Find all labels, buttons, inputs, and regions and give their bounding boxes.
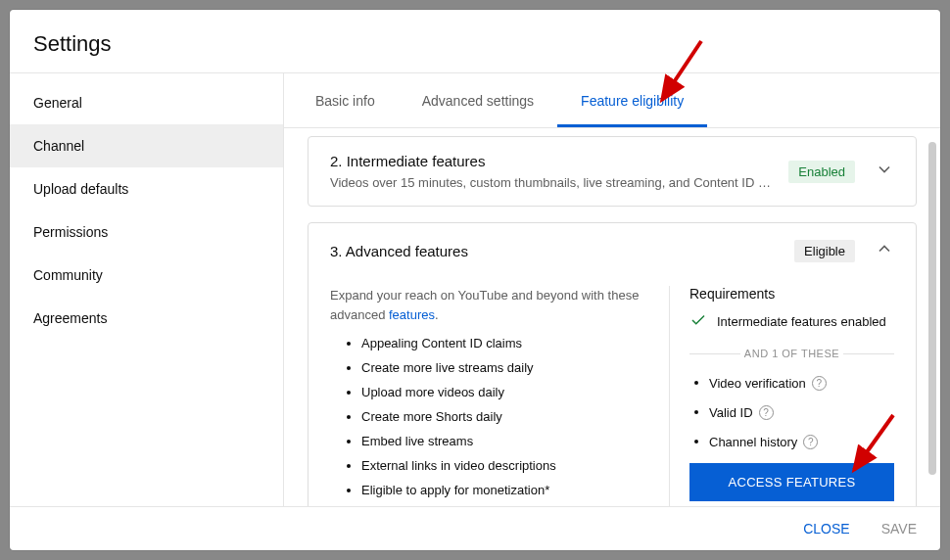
eligible-badge: Eligible <box>794 240 855 262</box>
check-icon <box>689 311 707 332</box>
list-item: Valid ID? <box>709 404 894 420</box>
close-button[interactable]: CLOSE <box>799 517 853 540</box>
list-item: Create more Shorts daily <box>361 409 641 424</box>
tab-basic-info[interactable]: Basic info <box>292 73 399 127</box>
requirements-list: Video verification? Valid ID? Channel hi… <box>689 375 894 449</box>
help-icon[interactable]: ? <box>759 405 774 420</box>
modal-footer: CLOSE SAVE <box>10 506 940 550</box>
enabled-badge: Enabled <box>788 161 855 183</box>
sidebar: General Channel Upload defaults Permissi… <box>10 73 284 506</box>
advanced-features-card: 3. Advanced features Eligible Expand you… <box>308 222 917 506</box>
list-item: Eligible to apply for monetization* <box>361 483 641 497</box>
sidebar-item-general[interactable]: General <box>10 81 283 124</box>
requirement-met: Intermediate features enabled <box>689 311 894 332</box>
list-item: Create more live streams daily <box>361 360 641 375</box>
tab-advanced-settings[interactable]: Advanced settings <box>399 73 557 127</box>
tabs: Basic info Advanced settings Feature eli… <box>284 73 940 128</box>
list-item: Upload more videos daily <box>361 385 641 399</box>
sidebar-item-channel[interactable]: Channel <box>10 124 283 167</box>
chevron-down-icon[interactable] <box>875 160 894 183</box>
list-item: External links in video descriptions <box>361 458 641 473</box>
list-item: Channel history? <box>709 434 894 449</box>
intermediate-desc: Videos over 15 minutes, custom thumbnail… <box>330 175 771 190</box>
main-panel: Basic info Advanced settings Feature eli… <box>284 73 940 506</box>
tab-feature-eligibility[interactable]: Feature eligibility <box>557 73 707 127</box>
features-link[interactable]: features <box>389 307 435 322</box>
card-head[interactable]: 3. Advanced features Eligible <box>330 239 894 262</box>
requirements-title: Requirements <box>689 286 894 302</box>
requirements-column: Requirements Intermediate features enabl… <box>669 286 894 506</box>
card-head: 2. Intermediate features Videos over 15 … <box>330 153 894 190</box>
card-body: Expand your reach on YouTube and beyond … <box>330 286 894 506</box>
save-button[interactable]: SAVE <box>878 517 921 540</box>
chevron-up-icon[interactable] <box>875 239 894 262</box>
modal-header: Settings <box>10 10 940 72</box>
intermediate-title: 2. Intermediate features <box>330 153 771 169</box>
modal-body: General Channel Upload defaults Permissi… <box>10 72 940 506</box>
access-features-button[interactable]: ACCESS FEATURES <box>689 463 894 501</box>
list-item: Appealing Content ID claims <box>361 336 641 350</box>
list-item: Embed live streams <box>361 434 641 448</box>
features-column: Expand your reach on YouTube and beyond … <box>330 286 641 506</box>
divider-label: AND 1 OF THESE <box>689 348 894 359</box>
sidebar-item-permissions[interactable]: Permissions <box>10 210 283 254</box>
sidebar-item-agreements[interactable]: Agreements <box>10 297 283 340</box>
sidebar-item-upload-defaults[interactable]: Upload defaults <box>10 167 283 210</box>
feature-list: Appealing Content ID claims Create more … <box>330 336 641 497</box>
help-icon[interactable]: ? <box>812 376 827 391</box>
lead-text: Expand your reach on YouTube and beyond … <box>330 286 641 324</box>
content-area[interactable]: 2. Intermediate features Videos over 15 … <box>284 128 940 506</box>
advanced-title: 3. Advanced features <box>330 243 468 259</box>
list-item: Video verification? <box>709 375 894 391</box>
intermediate-features-card[interactable]: 2. Intermediate features Videos over 15 … <box>308 136 917 207</box>
sidebar-item-community[interactable]: Community <box>10 254 283 297</box>
help-icon[interactable]: ? <box>803 435 818 449</box>
settings-modal: Settings General Channel Upload defaults… <box>10 10 940 550</box>
modal-title: Settings <box>33 31 917 57</box>
